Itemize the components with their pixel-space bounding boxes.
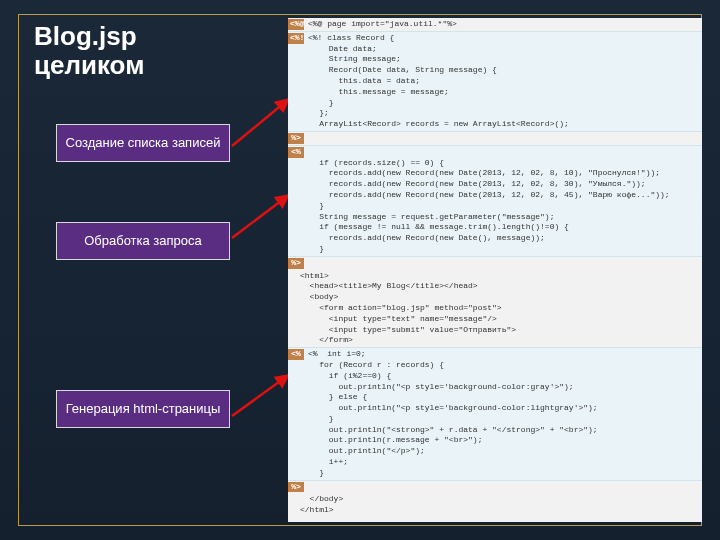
callout-label: Обработка запроса — [84, 233, 202, 248]
code-line: <%!<%! class Record { — [288, 33, 702, 44]
code-line: for (Record r : records) { — [288, 360, 702, 371]
code-line: out.println("<p style='background-color:… — [288, 403, 702, 414]
code-line: out.println(r.message + "<br>"); — [288, 435, 702, 446]
code-line: <input type="text" name="message"/> — [288, 314, 702, 325]
code-line: } — [288, 201, 702, 212]
code-line: } — [288, 98, 702, 109]
code-line: if (i%2==0) { — [288, 371, 702, 382]
code-line: records.add(new Record(new Date(2013, 12… — [288, 190, 702, 201]
callout-request-processing: Обработка запроса — [56, 222, 230, 260]
code-line: <%@<%@ page import="java.util.*"%> — [288, 19, 702, 30]
code-line: <form action="blog.jsp" method="post"> — [288, 303, 702, 314]
code-line: } — [288, 468, 702, 479]
code-line: <% — [288, 147, 702, 158]
code-line: ArrayList<Record> records = new ArrayLis… — [288, 119, 702, 130]
code-line: <html> — [288, 271, 702, 282]
code-line: i++; — [288, 457, 702, 468]
code-line: out.println("</p>"); — [288, 446, 702, 457]
code-line: records.add(new Record(new Date(2013, 12… — [288, 179, 702, 190]
slide-title: Blog.jsp целиком — [34, 22, 144, 79]
code-line: this.message = message; — [288, 87, 702, 98]
code-line: </html> — [288, 505, 702, 516]
code-pane: <%@<%@ page import="java.util.*"%> <%!<%… — [288, 18, 702, 522]
callout-label: Создание списка записей — [66, 135, 221, 150]
code-line: </form> — [288, 335, 702, 346]
code-line: } — [288, 414, 702, 425]
code-line: %> — [288, 133, 702, 144]
code-line: if (message != null && message.trim().le… — [288, 222, 702, 233]
code-line: records.add(new Record(new Date(), messa… — [288, 233, 702, 244]
code-line: } else { — [288, 392, 702, 403]
code-line: %> — [288, 258, 702, 269]
title-line-1: Blog.jsp — [34, 21, 137, 51]
code-line: } — [288, 244, 702, 255]
code-line: <%<% int i=0; — [288, 349, 702, 360]
code-line: <body> — [288, 292, 702, 303]
callout-create-list: Создание списка записей — [56, 124, 230, 162]
code-line: String message = request.getParameter("m… — [288, 212, 702, 223]
code-line: %> — [288, 482, 702, 493]
callout-html-generation: Генерация html-страницы — [56, 390, 230, 428]
code-line: if (records.size() == 0) { — [288, 158, 702, 169]
code-line: </body> — [288, 494, 702, 505]
code-line: Date data; — [288, 44, 702, 55]
code-line: <input type="submit" value="Отправить"> — [288, 325, 702, 336]
code-line: }; — [288, 108, 702, 119]
code-line: out.println("<strong>" + r.data + "</str… — [288, 425, 702, 436]
code-line: this.data = data; — [288, 76, 702, 87]
code-line: String message; — [288, 54, 702, 65]
code-line: records.add(new Record(new Date(2013, 12… — [288, 168, 702, 179]
title-line-2: целиком — [34, 50, 144, 80]
callout-label: Генерация html-страницы — [66, 401, 221, 416]
code-line: <head><title>My Blog</title></head> — [288, 281, 702, 292]
code-line: Record(Date data, String message) { — [288, 65, 702, 76]
code-line: out.println("<p style='background-color:… — [288, 382, 702, 393]
